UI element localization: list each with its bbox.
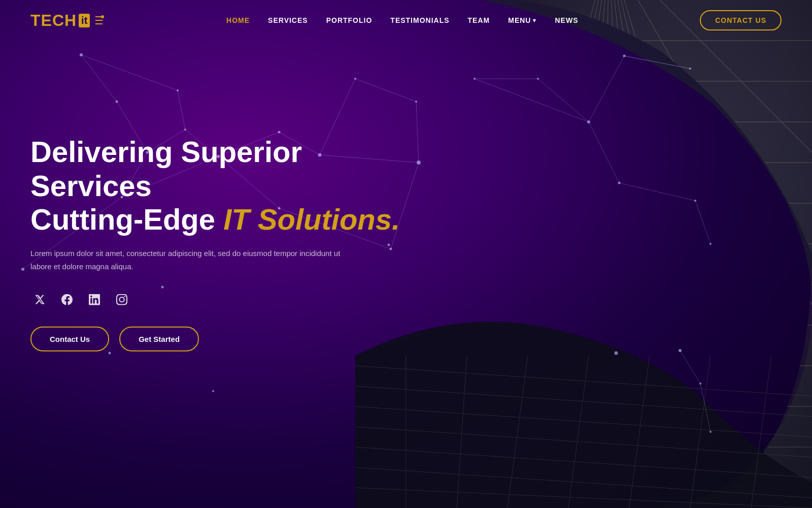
- nav-link-menu[interactable]: MENU ▾: [508, 16, 536, 24]
- logo[interactable]: TECH it: [30, 11, 105, 30]
- logo-it-text: it: [79, 14, 90, 27]
- social-icons: [30, 291, 426, 309]
- logo-icon: [93, 15, 105, 26]
- chevron-down-icon: ▾: [533, 17, 536, 24]
- get-started-button[interactable]: Get Started: [119, 327, 199, 352]
- nav-links: HOME SERVICES PORTFOLIO TESTIMONIALS TEA…: [226, 16, 578, 25]
- nav-link-portfolio[interactable]: PORTFOLIO: [326, 16, 373, 24]
- nav-item-services[interactable]: SERVICES: [268, 16, 308, 25]
- nav-link-testimonials[interactable]: TESTIMONIALS: [390, 16, 449, 24]
- nav-link-team[interactable]: TEAM: [468, 16, 490, 24]
- nav-link-services[interactable]: SERVICES: [268, 16, 308, 24]
- nav-item-home[interactable]: HOME: [226, 16, 250, 25]
- nav-contact-button[interactable]: Contact Us: [700, 10, 782, 30]
- nav-link-home[interactable]: HOME: [226, 16, 250, 24]
- logo-tech-text: TECH: [30, 11, 77, 30]
- nav-item-menu[interactable]: MENU ▾: [508, 16, 536, 24]
- facebook-icon[interactable]: [58, 291, 76, 309]
- nav-item-team[interactable]: TEAM: [468, 16, 490, 25]
- hero-description: Lorem ipsum dolor sit amet, consectetur …: [30, 247, 355, 273]
- hero-section: Delivering Superior Services Cutting-Edg…: [30, 135, 426, 352]
- linkedin-icon[interactable]: [85, 291, 104, 309]
- instagram-icon[interactable]: [113, 291, 131, 309]
- hero-title-line2-plain: Cutting-Edge: [30, 203, 223, 236]
- hero-title: Delivering Superior Services Cutting-Edg…: [30, 135, 426, 237]
- navbar: TECH it HOME SERVICES PORTFOLIO TESTIMON…: [0, 0, 812, 41]
- nav-item-portfolio[interactable]: PORTFOLIO: [326, 16, 373, 25]
- hero-title-line1: Delivering Superior Services: [30, 135, 302, 202]
- nav-item-news[interactable]: NEWS: [555, 16, 578, 25]
- svg-point-105: [101, 15, 104, 18]
- cta-buttons: Contact Us Get Started: [30, 327, 426, 352]
- nav-item-testimonials[interactable]: TESTIMONIALS: [390, 16, 449, 25]
- twitter-icon[interactable]: [30, 291, 49, 309]
- contact-us-button[interactable]: Contact Us: [30, 327, 109, 352]
- nav-link-news[interactable]: NEWS: [555, 16, 578, 24]
- hero-title-highlight: IT Solutions.: [223, 203, 400, 236]
